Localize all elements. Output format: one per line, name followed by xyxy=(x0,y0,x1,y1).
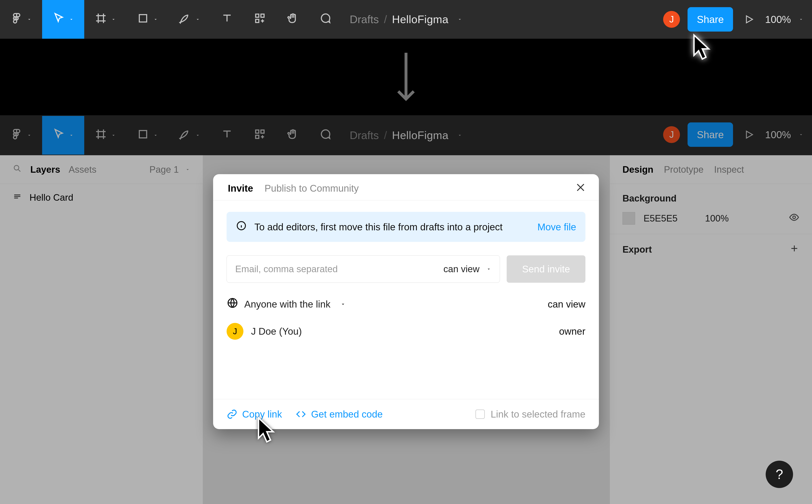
chevron-down-icon xyxy=(153,17,158,22)
svg-rect-3 xyxy=(261,14,264,17)
globe-icon xyxy=(227,297,239,311)
invite-row: Email, comma separated can view Send inv… xyxy=(227,255,585,283)
tab-invite[interactable]: Invite xyxy=(228,183,253,194)
modal-footer: Copy link Get embed code Link to selecte… xyxy=(213,399,599,429)
link-icon xyxy=(227,409,238,420)
avatar[interactable]: J xyxy=(663,11,680,28)
copy-link-button[interactable]: Copy link xyxy=(227,409,282,420)
zoom-value: 100% xyxy=(765,14,791,25)
chevron-down-icon xyxy=(69,17,74,22)
share-button[interactable]: Share xyxy=(688,7,733,32)
transition-arrow-icon xyxy=(394,48,418,108)
resources-icon xyxy=(254,12,266,27)
help-button[interactable]: ? xyxy=(766,461,793,488)
banner-text: To add editors, first move this file fro… xyxy=(255,221,503,233)
square-icon xyxy=(137,12,149,27)
frame-icon xyxy=(94,12,107,27)
resources-tool[interactable] xyxy=(244,0,276,39)
share-modal: Invite Publish to Community To add edito… xyxy=(213,174,599,429)
link-to-frame[interactable]: Link to selected frame xyxy=(475,409,585,420)
comment-tool[interactable] xyxy=(309,0,342,39)
text-icon xyxy=(221,12,233,27)
move-file-link[interactable]: Move file xyxy=(537,221,576,233)
user-row: J J Doe (You) owner xyxy=(227,323,585,351)
text-tool[interactable] xyxy=(211,0,244,39)
chevron-down-icon[interactable] xyxy=(340,301,346,307)
pen-tool[interactable] xyxy=(168,0,211,39)
figma-logo-icon xyxy=(10,12,23,27)
frame-tool[interactable] xyxy=(84,0,126,39)
info-icon xyxy=(236,220,247,233)
email-placeholder: Email, comma separated xyxy=(235,264,338,274)
hand-tool[interactable] xyxy=(276,0,309,39)
link-access-label[interactable]: Anyone with the link xyxy=(244,298,330,310)
email-input[interactable]: Email, comma separated can view xyxy=(227,255,500,283)
svg-rect-4 xyxy=(256,19,259,23)
user-avatar: J xyxy=(227,323,244,340)
breadcrumb[interactable]: Drafts / HelloFigma xyxy=(350,13,462,26)
file-name: HelloFigma xyxy=(392,13,449,26)
chevron-down-icon xyxy=(195,17,200,22)
user-role: owner xyxy=(559,326,585,337)
modal-body: To add editors, first move this file fro… xyxy=(213,200,599,399)
comment-icon xyxy=(319,12,332,27)
send-invite-button[interactable]: Send invite xyxy=(507,255,585,283)
chevron-down-icon xyxy=(457,17,462,22)
cursor-icon xyxy=(52,12,65,27)
tab-publish[interactable]: Publish to Community xyxy=(265,183,359,194)
chevron-down-icon xyxy=(799,17,804,22)
drafts-label: Drafts xyxy=(350,13,379,26)
chevron-down-icon xyxy=(486,267,491,272)
user-name: J Doe (You) xyxy=(251,326,302,337)
svg-rect-2 xyxy=(256,14,259,17)
info-banner: To add editors, first move this file fro… xyxy=(227,212,585,242)
hand-icon xyxy=(286,12,299,27)
present-button[interactable] xyxy=(741,14,758,25)
zoom-control[interactable]: 100% xyxy=(765,14,804,25)
svg-rect-1 xyxy=(139,15,147,22)
link-access-row: Anyone with the link can view xyxy=(227,297,585,311)
close-button[interactable] xyxy=(575,182,586,195)
permission-dropdown[interactable]: can view xyxy=(443,264,491,274)
shape-tool[interactable] xyxy=(126,0,168,39)
menu-button[interactable] xyxy=(0,0,42,39)
checkbox[interactable] xyxy=(475,410,485,419)
move-tool[interactable] xyxy=(42,0,84,39)
link-permission[interactable]: can view xyxy=(548,298,585,310)
topbar-right: J Share 100% xyxy=(663,0,804,39)
chevron-down-icon xyxy=(111,17,116,22)
code-icon xyxy=(296,409,306,420)
pen-icon xyxy=(179,12,191,27)
modal-tabs: Invite Publish to Community xyxy=(213,174,599,200)
lower-state: Layers Assets Page 1 Hello Card Design P… xyxy=(0,115,812,504)
embed-code-button[interactable]: Get embed code xyxy=(296,409,383,420)
topbar-upper: Drafts / HelloFigma J Share 100% xyxy=(0,0,812,39)
chevron-down-icon xyxy=(27,17,32,22)
breadcrumb-sep: / xyxy=(384,13,387,26)
